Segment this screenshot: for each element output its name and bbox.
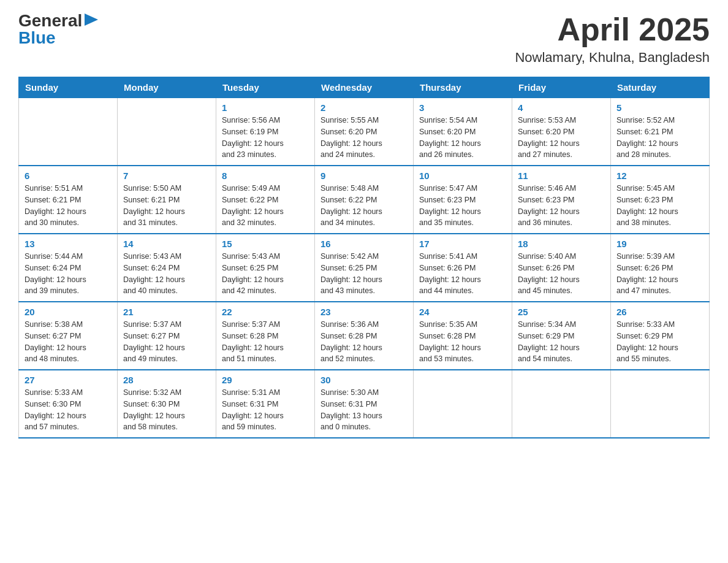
day-number: 22 <box>222 307 309 317</box>
logo-blue-text: Blue <box>18 29 56 47</box>
calendar-day-cell: 23Sunrise: 5:36 AM Sunset: 6:28 PM Dayli… <box>315 302 414 370</box>
day-number: 29 <box>222 375 309 385</box>
day-number: 4 <box>518 102 605 113</box>
day-number: 3 <box>419 102 506 113</box>
day-info: Sunrise: 5:49 AM Sunset: 6:22 PM Dayligh… <box>222 183 309 229</box>
weekday-header: Monday <box>118 77 216 98</box>
day-number: 13 <box>25 239 112 249</box>
day-info: Sunrise: 5:47 AM Sunset: 6:23 PM Dayligh… <box>419 183 506 229</box>
day-number: 25 <box>518 307 605 317</box>
day-info: Sunrise: 5:43 AM Sunset: 6:24 PM Dayligh… <box>123 251 210 297</box>
calendar-day-cell: 28Sunrise: 5:32 AM Sunset: 6:30 PM Dayli… <box>118 370 216 438</box>
calendar-week-row: 6Sunrise: 5:51 AM Sunset: 6:21 PM Daylig… <box>19 166 710 234</box>
day-number: 5 <box>616 102 703 113</box>
day-info: Sunrise: 5:52 AM Sunset: 6:21 PM Dayligh… <box>616 115 703 161</box>
calendar-day-cell: 1Sunrise: 5:56 AM Sunset: 6:19 PM Daylig… <box>216 98 315 166</box>
calendar-day-cell: 21Sunrise: 5:37 AM Sunset: 6:27 PM Dayli… <box>118 302 216 370</box>
calendar-day-cell: 3Sunrise: 5:54 AM Sunset: 6:20 PM Daylig… <box>414 98 512 166</box>
day-info: Sunrise: 5:33 AM Sunset: 6:30 PM Dayligh… <box>25 387 112 433</box>
day-number: 15 <box>222 239 309 249</box>
day-number: 24 <box>419 307 506 317</box>
logo-general-text: General <box>18 12 82 29</box>
calendar-day-cell: 30Sunrise: 5:30 AM Sunset: 6:31 PM Dayli… <box>315 370 414 438</box>
weekday-header: Tuesday <box>216 77 315 98</box>
weekday-header: Sunday <box>19 77 118 98</box>
day-info: Sunrise: 5:44 AM Sunset: 6:24 PM Dayligh… <box>25 251 112 297</box>
calendar-week-row: 20Sunrise: 5:38 AM Sunset: 6:27 PM Dayli… <box>19 302 710 370</box>
weekday-header: Wednesday <box>315 77 414 98</box>
calendar-day-cell: 13Sunrise: 5:44 AM Sunset: 6:24 PM Dayli… <box>19 234 118 302</box>
day-number: 12 <box>616 170 703 181</box>
logo: General Blue <box>18 12 98 47</box>
day-number: 17 <box>419 239 506 249</box>
day-info: Sunrise: 5:46 AM Sunset: 6:23 PM Dayligh… <box>518 183 605 229</box>
day-number: 26 <box>616 307 703 317</box>
day-info: Sunrise: 5:55 AM Sunset: 6:20 PM Dayligh… <box>320 115 408 161</box>
day-info: Sunrise: 5:48 AM Sunset: 6:22 PM Dayligh… <box>320 183 408 229</box>
calendar-day-cell: 17Sunrise: 5:41 AM Sunset: 6:26 PM Dayli… <box>414 234 512 302</box>
day-number: 10 <box>419 170 506 181</box>
page-header: General Blue April 2025 Nowlamary, Khuln… <box>18 12 710 66</box>
day-info: Sunrise: 5:45 AM Sunset: 6:23 PM Dayligh… <box>616 183 703 229</box>
calendar-day-cell: 15Sunrise: 5:43 AM Sunset: 6:25 PM Dayli… <box>216 234 315 302</box>
calendar-day-cell: 16Sunrise: 5:42 AM Sunset: 6:25 PM Dayli… <box>315 234 414 302</box>
day-info: Sunrise: 5:50 AM Sunset: 6:21 PM Dayligh… <box>123 183 210 229</box>
day-info: Sunrise: 5:36 AM Sunset: 6:28 PM Dayligh… <box>320 319 408 365</box>
calendar-day-cell <box>414 370 512 438</box>
day-number: 14 <box>123 239 210 249</box>
calendar-day-cell: 8Sunrise: 5:49 AM Sunset: 6:22 PM Daylig… <box>216 166 315 234</box>
day-info: Sunrise: 5:31 AM Sunset: 6:31 PM Dayligh… <box>222 387 309 433</box>
day-number: 2 <box>320 102 408 113</box>
day-info: Sunrise: 5:53 AM Sunset: 6:20 PM Dayligh… <box>518 115 605 161</box>
day-info: Sunrise: 5:43 AM Sunset: 6:25 PM Dayligh… <box>222 251 309 297</box>
day-number: 23 <box>320 307 408 317</box>
weekday-header: Thursday <box>414 77 512 98</box>
day-number: 11 <box>518 170 605 181</box>
day-info: Sunrise: 5:40 AM Sunset: 6:26 PM Dayligh… <box>518 251 605 297</box>
title-area: April 2025 Nowlamary, Khulna, Bangladesh <box>515 12 710 66</box>
day-number: 7 <box>123 170 210 181</box>
calendar-day-cell: 14Sunrise: 5:43 AM Sunset: 6:24 PM Dayli… <box>118 234 216 302</box>
day-number: 9 <box>320 170 408 181</box>
day-number: 30 <box>320 375 408 385</box>
calendar-day-cell: 19Sunrise: 5:39 AM Sunset: 6:26 PM Dayli… <box>611 234 710 302</box>
calendar-table: SundayMondayTuesdayWednesdayThursdayFrid… <box>18 77 710 439</box>
day-info: Sunrise: 5:30 AM Sunset: 6:31 PM Dayligh… <box>320 387 408 433</box>
calendar-day-cell: 12Sunrise: 5:45 AM Sunset: 6:23 PM Dayli… <box>611 166 710 234</box>
calendar-day-cell: 29Sunrise: 5:31 AM Sunset: 6:31 PM Dayli… <box>216 370 315 438</box>
calendar-day-cell <box>19 98 118 166</box>
calendar-week-row: 1Sunrise: 5:56 AM Sunset: 6:19 PM Daylig… <box>19 98 710 166</box>
weekday-header: Friday <box>512 77 611 98</box>
day-number: 8 <box>222 170 309 181</box>
day-info: Sunrise: 5:33 AM Sunset: 6:29 PM Dayligh… <box>616 319 703 365</box>
weekday-header: Saturday <box>611 77 710 98</box>
location-title: Nowlamary, Khulna, Bangladesh <box>515 50 710 66</box>
day-info: Sunrise: 5:38 AM Sunset: 6:27 PM Dayligh… <box>25 319 112 365</box>
day-info: Sunrise: 5:39 AM Sunset: 6:26 PM Dayligh… <box>616 251 703 297</box>
logo-triangle-icon <box>85 13 98 27</box>
calendar-day-cell: 20Sunrise: 5:38 AM Sunset: 6:27 PM Dayli… <box>19 302 118 370</box>
day-info: Sunrise: 5:37 AM Sunset: 6:27 PM Dayligh… <box>123 319 210 365</box>
day-info: Sunrise: 5:41 AM Sunset: 6:26 PM Dayligh… <box>419 251 506 297</box>
day-number: 28 <box>123 375 210 385</box>
month-title: April 2025 <box>515 12 710 47</box>
day-info: Sunrise: 5:37 AM Sunset: 6:28 PM Dayligh… <box>222 319 309 365</box>
day-number: 19 <box>616 239 703 249</box>
calendar-day-cell: 25Sunrise: 5:34 AM Sunset: 6:29 PM Dayli… <box>512 302 611 370</box>
day-info: Sunrise: 5:51 AM Sunset: 6:21 PM Dayligh… <box>25 183 112 229</box>
day-number: 1 <box>222 102 309 113</box>
calendar-week-row: 13Sunrise: 5:44 AM Sunset: 6:24 PM Dayli… <box>19 234 710 302</box>
day-info: Sunrise: 5:34 AM Sunset: 6:29 PM Dayligh… <box>518 319 605 365</box>
day-info: Sunrise: 5:56 AM Sunset: 6:19 PM Dayligh… <box>222 115 309 161</box>
calendar-day-cell: 10Sunrise: 5:47 AM Sunset: 6:23 PM Dayli… <box>414 166 512 234</box>
day-info: Sunrise: 5:42 AM Sunset: 6:25 PM Dayligh… <box>320 251 408 297</box>
calendar-day-cell: 9Sunrise: 5:48 AM Sunset: 6:22 PM Daylig… <box>315 166 414 234</box>
calendar-day-cell: 18Sunrise: 5:40 AM Sunset: 6:26 PM Dayli… <box>512 234 611 302</box>
day-number: 6 <box>25 170 112 181</box>
calendar-day-cell: 11Sunrise: 5:46 AM Sunset: 6:23 PM Dayli… <box>512 166 611 234</box>
calendar-day-cell <box>611 370 710 438</box>
day-number: 21 <box>123 307 210 317</box>
calendar-week-row: 27Sunrise: 5:33 AM Sunset: 6:30 PM Dayli… <box>19 370 710 438</box>
day-number: 18 <box>518 239 605 249</box>
svg-marker-0 <box>85 13 98 26</box>
